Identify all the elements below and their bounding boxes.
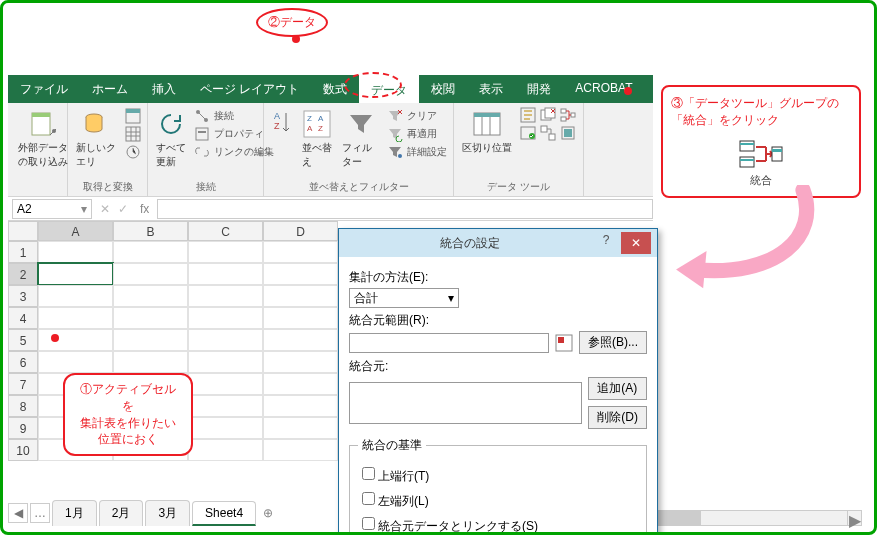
range-picker-icon[interactable] (555, 334, 573, 352)
cell[interactable] (113, 329, 188, 351)
tab-review[interactable]: 校閲 (419, 75, 467, 103)
get-external-data-button[interactable]: 外部データの取り込み (14, 107, 72, 171)
row-header-7[interactable]: 7 (8, 373, 38, 395)
sheet-tab-sheet4[interactable]: Sheet4 (192, 501, 256, 526)
cell[interactable] (188, 307, 263, 329)
add-button[interactable]: 追加(A) (588, 377, 647, 400)
cell[interactable] (38, 329, 113, 351)
cell[interactable] (188, 439, 263, 461)
tab-developer[interactable]: 開発 (515, 75, 563, 103)
cancel-entry-icon[interactable]: ✕ (96, 202, 114, 216)
recent-sources-button[interactable] (125, 143, 141, 161)
cell[interactable] (113, 263, 188, 285)
sheet-tab-mar[interactable]: 3月 (145, 500, 190, 526)
connections-button[interactable]: 接続 (194, 107, 274, 125)
tab-view[interactable]: 表示 (467, 75, 515, 103)
col-header-a[interactable]: A (38, 221, 113, 241)
sheet-nav-prev[interactable]: ◀ (8, 503, 28, 523)
filter-button[interactable]: フィルター (340, 107, 381, 171)
function-select[interactable]: 合計 ▾ (349, 288, 459, 308)
cell[interactable] (38, 351, 113, 373)
cell[interactable] (188, 417, 263, 439)
row-header-5[interactable]: 5 (8, 329, 38, 351)
sources-listbox[interactable] (349, 382, 582, 424)
edit-links-button[interactable]: リンクの編集 (194, 143, 274, 161)
row-header-6[interactable]: 6 (8, 351, 38, 373)
cell[interactable] (38, 307, 113, 329)
refresh-all-button[interactable]: すべて更新 (154, 107, 188, 171)
tab-home[interactable]: ホーム (80, 75, 140, 103)
cell[interactable] (113, 351, 188, 373)
cell[interactable] (38, 241, 113, 263)
advanced-filter-button[interactable]: 詳細設定 (387, 143, 447, 161)
col-header-b[interactable]: B (113, 221, 188, 241)
cell[interactable] (113, 285, 188, 307)
cell[interactable] (263, 241, 338, 263)
cell[interactable] (188, 351, 263, 373)
row-header-10[interactable]: 10 (8, 439, 38, 461)
tab-file[interactable]: ファイル (8, 75, 80, 103)
sheet-tab-feb[interactable]: 2月 (99, 500, 144, 526)
cell[interactable] (263, 351, 338, 373)
cell[interactable] (113, 241, 188, 263)
formula-bar[interactable] (157, 199, 653, 219)
clear-filter-button[interactable]: クリア (387, 107, 447, 125)
cell[interactable] (263, 439, 338, 461)
cell[interactable] (263, 307, 338, 329)
cell[interactable] (263, 417, 338, 439)
manage-data-model-icon[interactable] (560, 125, 576, 141)
row-header-2[interactable]: 2 (8, 263, 38, 285)
row-header-3[interactable]: 3 (8, 285, 38, 307)
row-header-4[interactable]: 4 (8, 307, 38, 329)
cell-active[interactable] (38, 263, 113, 285)
new-sheet-button[interactable]: ⊕ (258, 503, 278, 523)
cell[interactable] (188, 263, 263, 285)
tab-insert[interactable]: 挿入 (140, 75, 188, 103)
cell[interactable] (263, 263, 338, 285)
select-all-corner[interactable] (8, 221, 38, 241)
text-to-columns-button[interactable]: 区切り位置 (460, 107, 514, 157)
row-header-8[interactable]: 8 (8, 395, 38, 417)
cell[interactable] (113, 307, 188, 329)
sheet-nav-more[interactable]: … (30, 503, 50, 523)
from-table-button[interactable] (125, 125, 141, 143)
flash-fill-icon[interactable] (520, 107, 536, 123)
cell[interactable] (188, 329, 263, 351)
delete-button[interactable]: 削除(D) (588, 406, 647, 429)
leftcol-checkbox[interactable]: 左端列(L) (358, 489, 638, 510)
sort-az-button[interactable]: AZ (270, 107, 294, 139)
relationships-icon[interactable] (540, 125, 556, 141)
show-queries-button[interactable] (125, 107, 141, 125)
col-header-c[interactable]: C (188, 221, 263, 241)
reapply-button[interactable]: 再適用 (387, 125, 447, 143)
remove-dup-icon[interactable] (540, 107, 556, 123)
horizontal-scrollbar[interactable]: ◀▶ (632, 510, 862, 526)
cell[interactable] (263, 373, 338, 395)
range-input[interactable] (349, 333, 549, 353)
sheet-tab-jan[interactable]: 1月 (52, 500, 97, 526)
cell[interactable] (188, 373, 263, 395)
col-header-d[interactable]: D (263, 221, 338, 241)
dialog-titlebar[interactable]: 統合の設定 ? ✕ (339, 229, 657, 257)
cell[interactable] (263, 285, 338, 307)
cell[interactable] (38, 285, 113, 307)
browse-button[interactable]: 参照(B)... (579, 331, 647, 354)
cell[interactable] (263, 395, 338, 417)
cell[interactable] (263, 329, 338, 351)
fx-icon[interactable]: fx (132, 202, 157, 216)
name-box[interactable]: A2 ▾ (12, 199, 92, 219)
dialog-close-button[interactable]: ✕ (621, 232, 651, 254)
row-header-1[interactable]: 1 (8, 241, 38, 263)
consolidate-button[interactable] (560, 107, 576, 123)
data-validation-icon[interactable] (520, 125, 536, 141)
tab-pagelayout[interactable]: ページ レイアウト (188, 75, 311, 103)
cell[interactable] (188, 241, 263, 263)
toprow-checkbox[interactable]: 上端行(T) (358, 464, 638, 485)
enter-entry-icon[interactable]: ✓ (114, 202, 132, 216)
new-query-button[interactable]: 新しいクエリ (74, 107, 119, 171)
cell[interactable] (188, 395, 263, 417)
row-header-9[interactable]: 9 (8, 417, 38, 439)
properties-button[interactable]: プロパティ (194, 125, 274, 143)
sort-button[interactable]: ZAAZ 並べ替え (300, 107, 334, 171)
tab-acrobat[interactable]: ACROBAT (563, 75, 644, 103)
